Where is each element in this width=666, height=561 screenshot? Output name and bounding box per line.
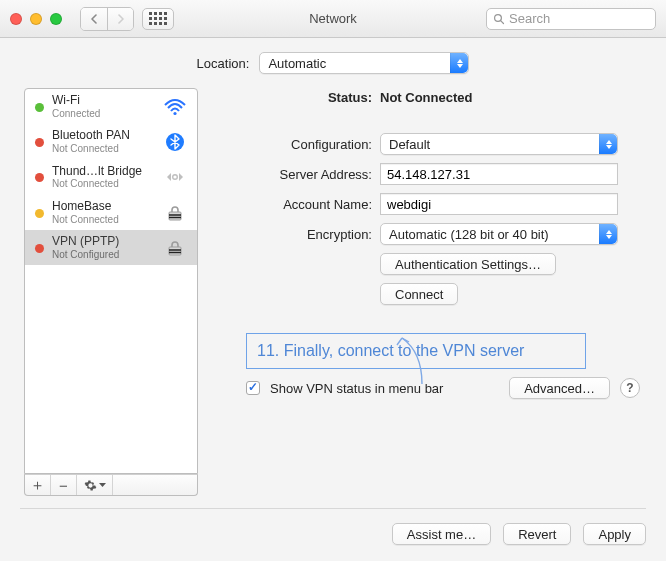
chevron-down-icon [99,483,106,488]
sidebar-item-label: Bluetooth PAN [52,129,153,143]
encryption-select[interactable]: Automatic (128 bit or 40 bit) [380,223,618,245]
svg-rect-6 [169,247,181,255]
minimize-icon[interactable] [30,13,42,25]
account-name-label: Account Name: [216,197,372,212]
help-button[interactable]: ? [620,378,640,398]
search-input[interactable]: Search [486,8,656,30]
svg-point-2 [173,112,176,115]
svg-rect-5 [169,212,181,220]
svg-line-1 [501,20,504,23]
minus-icon: − [59,477,68,494]
show-vpn-status-label: Show VPN status in menu bar [270,381,443,396]
search-placeholder: Search [509,11,550,26]
sidebar: Wi-Fi Connected Bluetooth PAN Not Connec… [24,88,198,496]
encryption-label: Encryption: [216,227,372,242]
detail-pane: Status: Not Connected Configuration: Def… [216,88,646,496]
gear-icon [84,479,97,492]
chevron-updown-icon [599,134,617,154]
sidebar-item-label: VPN (PPTP) [52,235,153,249]
lock-icon [161,238,189,258]
main: Wi-Fi Connected Bluetooth PAN Not Connec… [0,88,666,496]
sidebar-item-status: Not Connected [52,178,153,190]
sidebar-item-thunderbolt-bridge[interactable]: Thund…lt Bridge Not Connected [25,160,197,195]
wifi-icon [161,98,189,116]
interface-list: Wi-Fi Connected Bluetooth PAN Not Connec… [24,88,198,474]
status-dot-icon [35,244,44,253]
sidebar-item-bluetooth-pan[interactable]: Bluetooth PAN Not Connected [25,124,197,159]
configuration-value: Default [389,137,430,152]
location-label: Location: [197,56,250,71]
configuration-select[interactable]: Default [380,133,618,155]
assist-me-button[interactable]: Assist me… [392,523,491,545]
server-address-input[interactable] [380,163,618,185]
show-all-button[interactable] [142,8,174,30]
status-dot-icon [35,103,44,112]
annotation: 11. Finally, connect to the VPN server [246,333,586,369]
lock-icon [161,203,189,223]
configuration-label: Configuration: [216,137,372,152]
show-vpn-status-checkbox[interactable] [246,381,260,395]
chevron-updown-icon [450,53,468,73]
status-label: Status: [244,90,372,105]
back-button[interactable] [81,8,107,30]
location-value: Automatic [268,56,326,71]
location-row: Location: Automatic [0,38,666,88]
sidebar-item-status: Not Connected [52,214,153,226]
add-interface-button[interactable]: ＋ [25,475,51,495]
chevron-updown-icon [599,224,617,244]
forward-button[interactable] [107,8,133,30]
location-select[interactable]: Automatic [259,52,469,74]
bluetooth-icon [161,132,189,152]
window-controls [10,13,62,25]
annotation-text: 11. Finally, connect to the VPN server [246,333,586,369]
sidebar-item-label: Wi-Fi [52,94,153,108]
sidebar-item-status: Connected [52,108,153,120]
grid-icon [149,12,167,25]
plus-icon: ＋ [30,476,45,495]
apply-button[interactable]: Apply [583,523,646,545]
server-address-label: Server Address: [216,167,372,182]
auth-settings-button[interactable]: Authentication Settings… [380,253,556,275]
search-icon [493,13,505,25]
advanced-button[interactable]: Advanced… [509,377,610,399]
status-dot-icon [35,173,44,182]
sidebar-item-status: Not Connected [52,143,153,155]
status-dot-icon [35,209,44,218]
action-menu-button[interactable] [77,475,113,495]
revert-button[interactable]: Revert [503,523,571,545]
sidebar-item-wifi[interactable]: Wi-Fi Connected [25,89,197,124]
encryption-value: Automatic (128 bit or 40 bit) [389,227,549,242]
sidebar-item-vpn-pptp[interactable]: VPN (PPTP) Not Configured [25,230,197,265]
remove-interface-button[interactable]: − [51,475,77,495]
status-dot-icon [35,138,44,147]
account-name-input[interactable] [380,193,618,215]
titlebar: Network Search [0,0,666,38]
window-body: Location: Automatic Wi-Fi Connected [0,38,666,561]
sidebar-item-status: Not Configured [52,249,153,261]
sidebar-footer: ＋ − [24,474,198,496]
footer: Assist me… Revert Apply [0,509,666,561]
sidebar-item-label: HomeBase [52,200,153,214]
sidebar-item-label: Thund…lt Bridge [52,165,153,179]
close-icon[interactable] [10,13,22,25]
nav-group [80,7,134,31]
thunderbolt-icon [161,168,189,186]
status-value: Not Connected [380,90,472,105]
sidebar-item-homebase[interactable]: HomeBase Not Connected [25,195,197,230]
zoom-icon[interactable] [50,13,62,25]
connect-button[interactable]: Connect [380,283,458,305]
svg-point-4 [173,175,178,180]
